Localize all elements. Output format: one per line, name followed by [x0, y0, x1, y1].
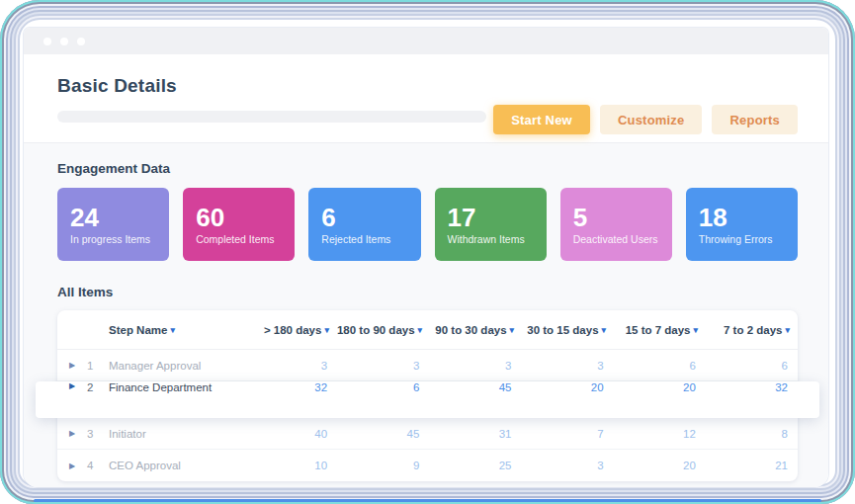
stat-label: Throwing Errors: [699, 233, 785, 245]
row-value: 31: [429, 428, 521, 440]
sort-caret-icon: ▾: [324, 325, 329, 335]
row-value: 3: [429, 360, 521, 372]
engagement-data-heading: Engagement Data: [57, 161, 798, 176]
table-row-ceo-approval[interactable]: ▶ 4 CEO Approval 10 9 25 3 20 21: [57, 450, 798, 481]
stat-value: 24: [70, 204, 156, 232]
stat-value: 18: [699, 204, 785, 232]
reports-button[interactable]: Reports: [712, 105, 798, 134]
row-value: 20: [614, 381, 706, 418]
row-value: 3: [337, 360, 429, 372]
column-header-step-name[interactable]: Step Name▾: [109, 324, 245, 336]
page-body: Engagement Data 24 In progress Items 60 …: [24, 142, 828, 487]
start-new-button[interactable]: Start New: [493, 105, 590, 134]
sort-caret-icon: ▾: [418, 325, 423, 335]
expand-caret-icon[interactable]: ▶: [57, 429, 87, 438]
all-items-table: Step Name▾ > 180 days▾ 180 to 90 days▾ 9…: [57, 310, 798, 481]
table-header-row: Step Name▾ > 180 days▾ 180 to 90 days▾ 9…: [57, 310, 798, 350]
header-actions: Start New Customize Reports: [493, 105, 798, 134]
row-step-name: Initiator: [109, 428, 245, 440]
row-value: 3: [245, 360, 337, 372]
page-title: Basic Details: [57, 75, 797, 97]
stat-value: 17: [448, 204, 534, 232]
app-window: Basic Details Start New Customize Report…: [24, 28, 828, 487]
expand-caret-icon[interactable]: ▶: [57, 462, 87, 470]
row-value: 3: [521, 360, 613, 372]
row-value: 8: [706, 428, 798, 440]
row-value: 45: [429, 381, 521, 418]
stat-card-rejected: 6 Rejected Items: [308, 188, 420, 261]
sort-caret-icon: ▾: [602, 325, 607, 335]
row-step-name: Manager Approval: [109, 360, 245, 372]
stat-label: Withdrawn Items: [448, 233, 534, 245]
column-header-30-15-days[interactable]: 30 to 15 days▾: [522, 324, 614, 336]
row-value: 9: [337, 460, 429, 471]
stat-card-throwing-errors: 18 Throwing Errors: [686, 188, 798, 261]
table-row-finance-department[interactable]: ▶ 2 Finance Department 32 6 45 20 20 32: [36, 381, 819, 418]
stat-label: Completed Items: [196, 233, 282, 245]
row-value: 32: [706, 381, 798, 418]
column-header-15-7-days[interactable]: 15 to 7 days▾: [614, 324, 706, 336]
stat-label: In progress Items: [70, 233, 156, 245]
table-row-initiator[interactable]: ▶ 3 Initiator 40 45 31 7 12 8: [57, 418, 798, 450]
sort-caret-icon: ▾: [694, 325, 699, 335]
row-index: 2: [87, 381, 109, 418]
expand-caret-icon[interactable]: ▶: [57, 361, 87, 370]
column-header-7-2-days[interactable]: 7 to 2 days▾: [706, 324, 798, 336]
row-value: 12: [614, 428, 706, 440]
row-value: 6: [337, 381, 429, 418]
stat-card-in-progress: 24 In progress Items: [57, 188, 169, 261]
engagement-cards-row: 24 In progress Items 60 Completed Items …: [57, 188, 798, 261]
stat-value: 5: [573, 204, 659, 232]
table-row-manager-approval[interactable]: ▶ 1 Manager Approval 3 3 3 3 6 6: [57, 350, 798, 381]
window-titlebar: [24, 28, 828, 54]
sort-caret-icon: ▾: [785, 325, 790, 335]
row-value: 21: [706, 460, 798, 471]
column-header-180-90-days[interactable]: 180 to 90 days▾: [337, 324, 430, 336]
customize-button[interactable]: Customize: [600, 105, 703, 134]
row-step-name: CEO Approval: [109, 460, 245, 471]
stat-card-withdrawn: 17 Withdrawn Items: [435, 188, 547, 261]
row-step-name: Finance Department: [109, 381, 245, 418]
page-header: Basic Details Start New Customize Report…: [24, 54, 828, 142]
row-value: 32: [245, 381, 337, 418]
row-value: 7: [521, 428, 613, 440]
stat-label: Rejected Items: [321, 233, 407, 245]
stat-value: 6: [321, 204, 407, 232]
row-value: 3: [521, 460, 613, 471]
row-value: 45: [337, 428, 429, 440]
row-value: 20: [614, 460, 706, 471]
all-items-heading: All Items: [57, 285, 798, 299]
window-control-dot[interactable]: [60, 38, 68, 45]
row-index: 3: [87, 428, 109, 440]
row-value: 40: [245, 428, 337, 440]
expand-caret-icon[interactable]: ▶: [57, 381, 87, 418]
stat-value: 60: [196, 204, 282, 232]
row-value: 10: [245, 460, 337, 471]
stat-label: Deactivated Users: [573, 233, 659, 245]
stat-card-completed: 60 Completed Items: [183, 188, 295, 261]
window-control-dot[interactable]: [43, 38, 51, 45]
stat-card-deactivated: 5 Deactivated Users: [560, 188, 672, 261]
sort-caret-icon: ▾: [170, 325, 175, 335]
row-value: 25: [429, 460, 521, 471]
column-header-90-30-days[interactable]: 90 to 30 days▾: [430, 324, 522, 336]
window-control-dot[interactable]: [77, 38, 85, 45]
sort-caret-icon: ▾: [510, 325, 515, 335]
row-index: 4: [87, 460, 109, 471]
column-header-gt-180-days[interactable]: > 180 days▾: [245, 324, 337, 336]
row-value: 20: [521, 381, 613, 418]
row-value: 6: [614, 360, 706, 372]
row-value: 6: [706, 360, 798, 372]
skeleton-placeholder-bar: [57, 111, 486, 123]
row-index: 1: [87, 360, 109, 372]
